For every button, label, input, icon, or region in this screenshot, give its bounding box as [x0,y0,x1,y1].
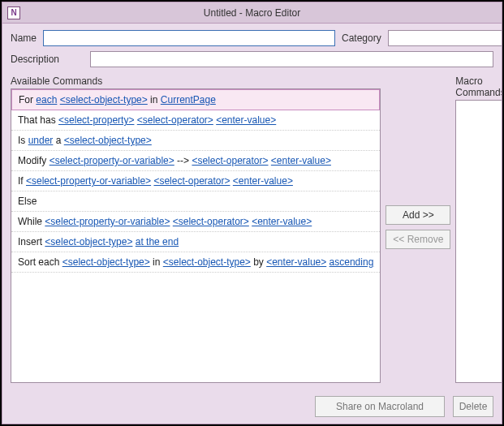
command-placeholder-link[interactable]: <enter-value> [216,114,276,126]
macro-editor-window: N Untitled - Macro Editor Name Category … [2,2,502,424]
transfer-buttons-column: Add >> << Remove [386,75,450,383]
macro-commands-header: Macro Commands [455,75,502,100]
label-description: Description [11,54,84,65]
command-row[interactable]: That has <select-property> <select-opera… [11,110,380,131]
row-name-category: Name Category [11,30,493,46]
command-text: Is [18,135,28,146]
command-text: For [19,94,36,105]
command-row[interactable]: While <select-property-or-variable> <sel… [11,212,380,232]
macro-commands-list[interactable] [455,100,502,383]
command-placeholder-link[interactable]: <select-object-type> [60,94,148,105]
command-text: That has [18,114,58,126]
titlebar: N Untitled - Macro Editor [2,2,502,24]
delete-button[interactable]: Delete [453,396,493,417]
command-placeholder-link[interactable]: <select-property> [58,114,134,126]
command-placeholder-link[interactable]: <select-property-or-variable> [45,216,170,227]
command-link[interactable]: each [36,94,57,105]
command-link[interactable]: ascending [330,256,374,268]
command-row[interactable]: Insert <select-object-type> at the end [11,232,380,252]
app-icon: N [7,6,20,19]
command-placeholder-link[interactable]: <select-object-type> [163,256,251,268]
command-placeholder-link[interactable]: <select-operator> [137,114,213,126]
command-row[interactable]: For each <select-object-type> in Current… [11,89,380,110]
command-placeholder-link[interactable]: <enter-value> [233,175,293,187]
command-link[interactable]: under [28,135,54,146]
content-area: Name Category Description Available Comm… [2,24,502,391]
command-text: While [18,216,45,227]
footer: Share on Macroland Delete [2,391,502,424]
command-placeholder-link[interactable]: <select-object-type> [64,135,152,146]
label-name: Name [11,32,37,44]
command-placeholder-link[interactable]: <select-object-type> [62,256,150,268]
description-input[interactable] [90,51,493,67]
command-link[interactable]: CurrentPage [161,94,216,105]
command-row[interactable]: Is under a <select-object-type> [11,131,380,151]
command-placeholder-link[interactable]: <select-property-or-variable> [50,155,174,166]
command-text: a [53,135,63,146]
command-row[interactable]: Modify <select-property-or-variable> -->… [11,151,380,171]
macro-commands-column: Macro Commands [455,75,502,383]
command-text: in [150,256,163,268]
columns: Available Commands For each <select-obje… [11,75,493,383]
row-description: Description [11,51,493,67]
command-text: in [148,94,161,105]
command-text: Else [18,196,37,207]
available-commands-list[interactable]: For each <select-object-type> in Current… [11,88,381,383]
command-row[interactable]: Else [11,191,380,212]
command-link[interactable]: at the end [136,236,179,247]
command-text: Insert [18,236,45,247]
command-text: by [251,256,266,268]
command-placeholder-link[interactable]: <select-property-or-variable> [26,175,151,187]
command-placeholder-link[interactable]: <select-operator> [173,216,249,227]
command-placeholder-link[interactable]: <select-object-type> [45,236,132,247]
command-placeholder-link[interactable]: <enter-value> [252,216,312,227]
command-text: If [18,175,26,187]
available-commands-header: Available Commands [11,75,381,88]
command-row[interactable]: Sort each <select-object-type> in <selec… [11,252,380,273]
command-text: Sort each [18,256,62,268]
command-placeholder-link[interactable]: <select-operator> [192,155,268,166]
window-title: Untitled - Macro Editor [27,7,502,19]
available-commands-column: Available Commands For each <select-obje… [11,75,381,383]
add-button[interactable]: Add >> [386,205,450,225]
command-placeholder-link[interactable]: <select-operator> [153,175,230,187]
command-row[interactable]: If <select-property-or-variable> <select… [11,171,380,191]
command-placeholder-link[interactable]: <enter-value> [271,155,331,166]
command-text: Modify [18,155,50,166]
name-input[interactable] [43,30,335,46]
share-button[interactable]: Share on Macroland [315,396,445,417]
command-placeholder-link[interactable]: <enter-value> [266,256,326,268]
label-category: Category [342,32,381,44]
remove-button[interactable]: << Remove [386,230,450,249]
category-input[interactable] [388,30,502,46]
command-text: --> [174,155,192,166]
